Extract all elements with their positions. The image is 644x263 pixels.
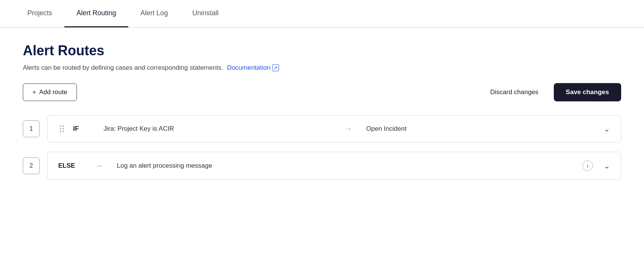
description-row: Alerts can be routed by defining cases a… bbox=[23, 64, 621, 72]
route-card-1: IF Jira: Project Key is ACIR → Open Inci… bbox=[47, 115, 621, 143]
route-condition-1: Jira: Project Key is ACIR bbox=[104, 125, 330, 133]
route-action-2: Log an alert processing message bbox=[117, 162, 575, 170]
save-changes-button[interactable]: Save changes bbox=[554, 83, 621, 101]
arrow-icon-2: → bbox=[95, 161, 103, 171]
documentation-link[interactable]: Documentation ↗ bbox=[227, 64, 279, 72]
tab-uninstall[interactable]: Uninstall bbox=[180, 0, 231, 27]
route-card-2: ELSE → Log an alert processing message i… bbox=[47, 152, 621, 180]
tab-projects[interactable]: Projects bbox=[15, 0, 64, 27]
add-route-label: Add route bbox=[39, 88, 67, 96]
chevron-down-icon-1[interactable]: ⌄ bbox=[604, 124, 610, 133]
right-actions: Discard changes Save changes bbox=[484, 83, 621, 101]
route-action-1: Open Incident bbox=[366, 125, 593, 133]
page-title: Alert Routes bbox=[23, 43, 621, 59]
arrow-icon-1: → bbox=[344, 124, 352, 134]
action-bar: + Add route Discard changes Save changes bbox=[23, 83, 621, 101]
doc-link-text: Documentation bbox=[227, 64, 270, 72]
route-keyword-1: IF bbox=[73, 125, 96, 133]
info-icon-2[interactable]: i bbox=[582, 160, 593, 171]
add-route-plus-icon: + bbox=[32, 88, 36, 96]
route-number-2: 2 bbox=[23, 157, 40, 174]
route-row-1: 1 IF Jira: Project Key is ACIR → Open bbox=[23, 115, 621, 143]
tabs-bar: Projects Alert Routing Alert Log Uninsta… bbox=[0, 0, 644, 27]
route-row-2: 2 ELSE → Log an alert processing message… bbox=[23, 152, 621, 180]
add-route-button[interactable]: + Add route bbox=[23, 83, 77, 101]
discard-changes-button[interactable]: Discard changes bbox=[484, 84, 545, 101]
tab-alert-routing[interactable]: Alert Routing bbox=[64, 0, 128, 27]
route-keyword-2: ELSE bbox=[58, 162, 81, 170]
external-link-icon: ↗ bbox=[272, 64, 279, 72]
chevron-down-icon-2[interactable]: ⌄ bbox=[604, 161, 610, 170]
tab-alert-log[interactable]: Alert Log bbox=[128, 0, 180, 27]
description-text: Alerts can be routed by defining cases a… bbox=[23, 64, 223, 72]
main-content: Alert Routes Alerts can be routed by def… bbox=[0, 27, 644, 204]
drag-handle-1[interactable] bbox=[58, 124, 65, 134]
route-number-1: 1 bbox=[23, 120, 40, 137]
